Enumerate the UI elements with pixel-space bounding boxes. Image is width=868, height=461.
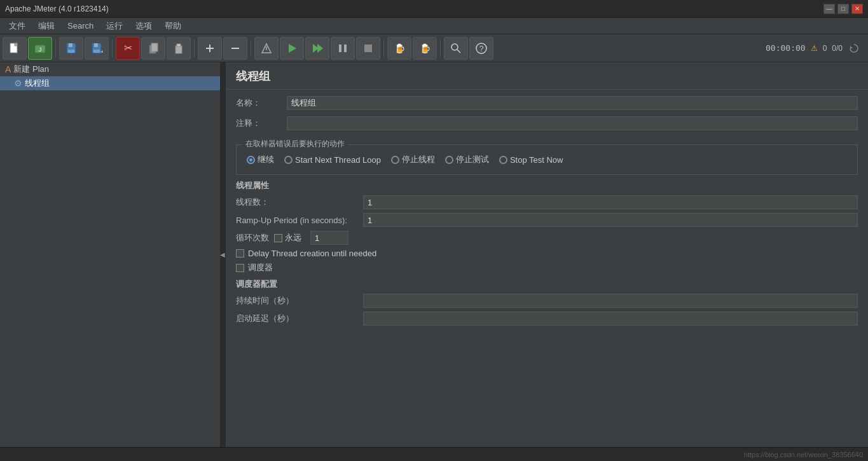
sep3: [194, 39, 195, 57]
play-btn[interactable]: [280, 37, 304, 60]
clear-btn[interactable]: 🍺: [387, 37, 411, 60]
svg-text:🍺: 🍺: [420, 43, 431, 54]
svg-text:+: +: [100, 49, 103, 55]
svg-rect-23: [344, 45, 347, 52]
play-loop-btn[interactable]: [305, 37, 329, 60]
help-btn[interactable]: ?: [469, 37, 493, 60]
error-count: 0/0: [832, 44, 843, 53]
maximize-btn[interactable]: □: [837, 4, 849, 14]
tree-item-plan[interactable]: A 新建 Plan: [0, 62, 225, 76]
warning-icon: ⚠: [811, 44, 818, 53]
radio-stop-thread-circle: [391, 156, 399, 164]
threadgroup-icon: ⚙: [14, 78, 22, 88]
svg-rect-14: [177, 44, 181, 46]
left-panel: A 新建 Plan ⚙ 线程组 ◀: [0, 62, 226, 447]
svg-rect-24: [364, 45, 372, 52]
saveas-btn[interactable]: +: [85, 37, 109, 60]
radio-next-thread-circle: [284, 156, 293, 164]
radio-continue[interactable]: 继续: [247, 154, 274, 165]
startup-delay-input[interactable]: [363, 312, 858, 326]
thread-count-row: 线程数：: [236, 195, 858, 209]
radio-stop-test-circle: [445, 156, 453, 164]
delay-thread-row: Delay Thread creation until needed: [236, 249, 858, 258]
rampup-row: Ramp-Up Period (in seconds):: [236, 213, 858, 227]
clear-all-btn[interactable]: 🍺: [413, 37, 437, 60]
stop-btn[interactable]: [356, 37, 380, 60]
comment-label: 注释：: [236, 118, 287, 129]
browse-btn[interactable]: [254, 37, 279, 60]
toolbar: J + ✂: [0, 34, 868, 62]
open-btn[interactable]: J: [28, 37, 52, 60]
name-input[interactable]: [287, 96, 858, 110]
sep5: [383, 39, 384, 57]
new-btn[interactable]: [3, 37, 27, 60]
close-btn[interactable]: ✕: [851, 4, 863, 14]
sep6: [440, 39, 441, 57]
status-bar: https://blog.csdn.net/weixin_38356640: [0, 447, 868, 461]
radio-continue-label: 继续: [258, 154, 274, 165]
svg-rect-5: [68, 50, 74, 53]
scheduler-checkbox[interactable]: [236, 264, 244, 272]
minimize-btn[interactable]: —: [823, 4, 835, 14]
radio-stop-thread-label: 停止线程: [402, 154, 435, 165]
radio-stop-thread[interactable]: 停止线程: [391, 154, 435, 165]
warning-count: 0: [823, 44, 827, 53]
find-btn[interactable]: [444, 37, 468, 60]
plan-icon: A: [5, 64, 11, 74]
cut-btn[interactable]: ✂: [116, 37, 140, 60]
rampup-input[interactable]: [363, 213, 858, 227]
expand-btn[interactable]: [198, 37, 222, 60]
thread-props-section: 线程属性 线程数： Ramp-Up Period (in seconds): 循…: [236, 180, 858, 273]
title-text: Apache JMeter (4.0 r1823414): [5, 4, 823, 13]
save-btn[interactable]: [59, 37, 83, 60]
radio-stop-test-label: 停止测试: [456, 154, 489, 165]
menu-help[interactable]: 帮助: [158, 19, 188, 33]
forever-checkbox[interactable]: [274, 234, 282, 242]
collapse-btn[interactable]: ◀: [220, 62, 225, 447]
startup-delay-row: 启动延迟（秒）: [236, 312, 858, 326]
svg-rect-12: [151, 43, 158, 52]
thread-count-input[interactable]: [363, 195, 858, 209]
comment-input[interactable]: [287, 116, 858, 130]
pause-btn[interactable]: [331, 37, 355, 60]
tree-item-threadgroup[interactable]: ⚙ 线程组: [0, 76, 225, 90]
menu-search[interactable]: Search: [61, 20, 100, 32]
svg-marker-19: [289, 44, 296, 53]
name-section: 名称： 注释：: [226, 90, 868, 141]
thread-count-label: 线程数：: [236, 196, 363, 208]
name-row: 名称：: [236, 95, 858, 111]
sep2: [112, 39, 113, 57]
svg-text:🍺: 🍺: [394, 43, 406, 54]
radio-next-thread-label: Start Next Thread Loop: [295, 155, 381, 165]
radio-continue-circle: [247, 156, 255, 164]
radio-stop-test[interactable]: 停止测试: [445, 154, 489, 165]
menu-file[interactable]: 文件: [3, 19, 32, 33]
action-group: 在取样器错误后要执行的动作 继续 Start Next Thread Loop …: [236, 144, 858, 175]
loop-count-row: 循环次数 永远: [236, 231, 858, 245]
sep1: [55, 39, 56, 57]
remove-btn[interactable]: [223, 37, 247, 60]
svg-marker-21: [317, 44, 323, 53]
loop-count-input[interactable]: [310, 231, 348, 245]
delay-thread-checkbox[interactable]: [236, 249, 244, 258]
copy-btn[interactable]: [141, 37, 165, 60]
menu-options[interactable]: 选项: [129, 19, 158, 33]
duration-input[interactable]: [363, 294, 858, 308]
radio-stop-test-now-circle: [499, 156, 507, 164]
svg-rect-13: [176, 46, 182, 53]
menu-run[interactable]: 运行: [100, 19, 129, 33]
radio-next-thread[interactable]: Start Next Thread Loop: [284, 155, 381, 165]
forever-checkbox-row[interactable]: 永远: [274, 232, 301, 244]
menu-bar: 文件 编辑 Search 运行 选项 帮助: [0, 18, 868, 34]
delay-thread-label: Delay Thread creation until needed: [248, 249, 376, 258]
thread-props-title: 线程属性: [236, 180, 858, 191]
scheduler-row: 调度器: [236, 262, 858, 273]
rampup-label: Ramp-Up Period (in seconds):: [236, 216, 363, 225]
name-label: 名称：: [236, 97, 287, 109]
menu-edit[interactable]: 编辑: [32, 19, 61, 33]
paste-btn[interactable]: [167, 37, 191, 60]
watermark: https://blog.csdn.net/weixin_38356640: [744, 451, 863, 458]
radio-stop-test-now[interactable]: Stop Test Now: [499, 155, 563, 165]
svg-marker-31: [850, 46, 853, 48]
svg-rect-22: [339, 45, 341, 52]
